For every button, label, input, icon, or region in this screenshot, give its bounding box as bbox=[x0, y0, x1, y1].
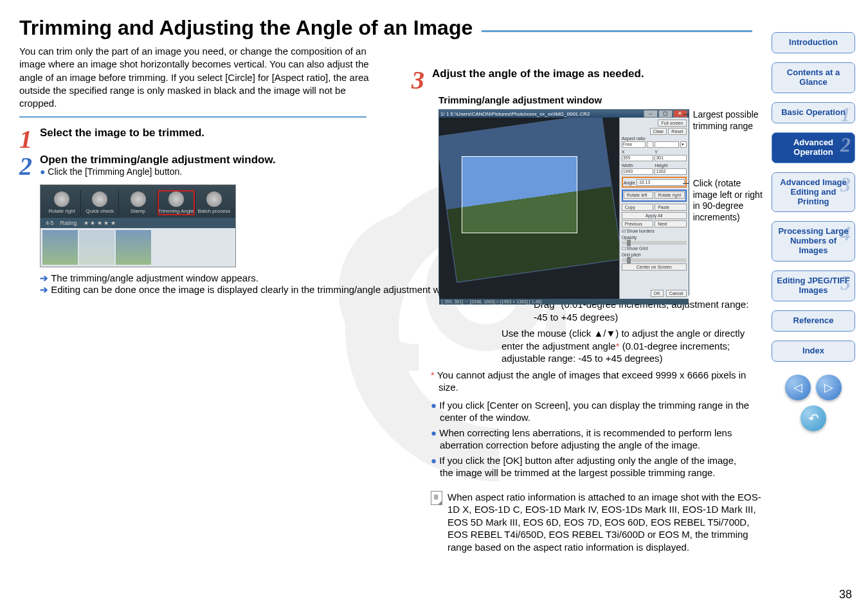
max-icon[interactable]: ▢ bbox=[658, 110, 673, 118]
tool-trimming-angle[interactable]: Trimming Angle bbox=[158, 190, 195, 215]
paste-button[interactable]: Paste bbox=[655, 204, 687, 211]
trimming-window: 1/ 1 E:\Users\CANON\Pictures\Photo\xxxx_… bbox=[439, 109, 689, 296]
bullet-ok-trim: If you click the [OK] button after adjus… bbox=[440, 454, 752, 479]
step-2-sub: Click the [Trimming Angle] button. bbox=[40, 166, 276, 177]
opacity-slider[interactable] bbox=[622, 241, 687, 245]
step-3-number: 3 bbox=[411, 70, 432, 91]
full-screen-button[interactable]: Full screen bbox=[658, 120, 686, 127]
page-number: 38 bbox=[839, 588, 852, 601]
label-45: 4·5 bbox=[46, 220, 54, 226]
rotate-left-button[interactable]: Rotate left bbox=[624, 191, 654, 199]
close-icon[interactable]: ✕ bbox=[673, 110, 687, 118]
toolbar-figure: Rotate right Quick check Stamp Trimming … bbox=[40, 184, 236, 267]
center-screen-button[interactable]: Center on Screen bbox=[622, 263, 687, 271]
rating-label: Rating bbox=[60, 220, 77, 226]
sidebar-item-basic-operation[interactable]: Basic Operation1 bbox=[772, 102, 855, 123]
sidebar-item-processing-large-numbers[interactable]: Processing Large Numbers of Images4 bbox=[772, 221, 855, 262]
crop-icon bbox=[168, 191, 184, 207]
aspect-field[interactable]: Free bbox=[622, 141, 646, 148]
dropdown-icon[interactable]: ▾ bbox=[680, 141, 687, 148]
sidebar-item-advanced-image-editing[interactable]: Advanced Image Editing and Printing3 bbox=[772, 172, 855, 213]
rotate-icon bbox=[54, 191, 69, 207]
sidebar-item-editing-jpeg-tiff[interactable]: Editing JPEG/TIFF Images5 bbox=[772, 271, 855, 301]
note-icon bbox=[431, 491, 442, 505]
back-button[interactable]: ↶ bbox=[800, 405, 826, 431]
sidebar-item-reference[interactable]: Reference bbox=[772, 310, 855, 332]
stamp-icon bbox=[131, 191, 146, 207]
bullet-center-screen: If you click [Center on Screen], you can… bbox=[440, 399, 752, 424]
thumbnail[interactable] bbox=[116, 230, 151, 265]
aspect-ratio-note: When aspect ratio information is attache… bbox=[448, 491, 765, 554]
sidebar-item-advanced-operation[interactable]: Advanced Operation2 bbox=[772, 132, 855, 163]
previous-button[interactable]: Previous bbox=[622, 220, 654, 227]
section-divider bbox=[19, 116, 366, 118]
cancel-button[interactable]: Cancel bbox=[666, 290, 687, 297]
batch-icon bbox=[206, 191, 222, 207]
next-page-button[interactable]: ▷ bbox=[816, 375, 842, 400]
height-field[interactable]: 1362 bbox=[655, 168, 687, 175]
tool-rotate-right[interactable]: Rotate right bbox=[43, 190, 81, 215]
next-button[interactable]: Next bbox=[655, 220, 687, 227]
ok-button[interactable]: OK bbox=[651, 290, 664, 297]
step-2-number: 2 bbox=[19, 156, 40, 177]
callout-rotate-buttons: Click (rotate image left or right in 90-… bbox=[689, 178, 765, 223]
clear-button[interactable]: Clear bbox=[650, 128, 667, 135]
image-canvas[interactable] bbox=[439, 118, 619, 299]
title-rule bbox=[482, 30, 752, 32]
intro-paragraph: You can trim only the part of an image y… bbox=[19, 45, 379, 110]
apply-all-button[interactable]: Apply All bbox=[622, 212, 687, 219]
step-3-heading: Adjust the angle of the image as needed. bbox=[432, 67, 644, 91]
crop-rectangle[interactable] bbox=[462, 156, 577, 233]
min-icon[interactable]: – bbox=[644, 110, 658, 118]
sidebar-item-introduction[interactable]: Introduction bbox=[772, 32, 855, 53]
tool-batch-process[interactable]: Batch process bbox=[195, 190, 233, 215]
page-title: Trimming and Adjusting the Angle of an I… bbox=[19, 16, 473, 40]
angle-mouse-note: Use the mouse (click ▲/▼) to adjust the … bbox=[502, 327, 765, 365]
step-3-subhead: Trimming/angle adjustment window bbox=[439, 94, 765, 105]
size-limit-note: * You cannot adjust the angle of images … bbox=[431, 369, 752, 394]
x-field[interactable]: 355 bbox=[622, 155, 654, 161]
tool-quick-check[interactable]: Quick check bbox=[81, 190, 119, 215]
step-1-number: 1 bbox=[19, 129, 40, 150]
sidebar-item-contents[interactable]: Contents at a Glance bbox=[772, 62, 855, 93]
sidebar-item-index[interactable]: Index bbox=[772, 341, 855, 362]
thumbnail[interactable] bbox=[79, 230, 114, 265]
tool-stamp[interactable]: Stamp bbox=[119, 190, 157, 215]
angle-field[interactable]: -10.13 bbox=[637, 179, 685, 186]
y-field[interactable]: 301 bbox=[655, 155, 687, 161]
show-grid-check[interactable]: ☐ Show Grid bbox=[622, 246, 687, 251]
rating-stars: ★ ★ ★ ★ ★ bbox=[84, 220, 116, 226]
thumbnail[interactable] bbox=[42, 230, 78, 265]
grid-pitch-slider[interactable] bbox=[622, 258, 687, 262]
reset-button[interactable]: Reset bbox=[668, 128, 686, 135]
show-borders-check[interactable]: ☑ Show borders bbox=[622, 229, 687, 234]
magnifier-icon bbox=[92, 191, 107, 207]
step-1-heading: Select the image to be trimmed. bbox=[40, 127, 204, 150]
status-bar: [ 355, 301] → [2348, 1663] = [1993 × 136… bbox=[439, 299, 689, 305]
side-panel: Full screen Clear Reset Aspect ratio Fre… bbox=[619, 118, 689, 299]
copy-button[interactable]: Copy bbox=[622, 204, 654, 211]
aspect-label: Aspect ratio bbox=[622, 136, 687, 141]
width-field[interactable]: 1993 bbox=[622, 168, 654, 175]
window-titlebar: 1/ 1 E:\Users\CANON\Pictures\Photo\xxxx_… bbox=[440, 111, 590, 117]
prev-page-button[interactable]: ◁ bbox=[785, 375, 811, 400]
step-2-heading: Open the trimming/angle adjustment windo… bbox=[40, 154, 276, 166]
bullet-lens-aberration: When correcting lens aberrations, it is … bbox=[440, 427, 752, 452]
rotate-right-button[interactable]: Rotate right bbox=[655, 191, 685, 199]
sidebar-nav: Introduction Contents at a Glance Basic … bbox=[768, 32, 858, 431]
callout-trim-range: Largest possible trimming range bbox=[689, 109, 765, 132]
